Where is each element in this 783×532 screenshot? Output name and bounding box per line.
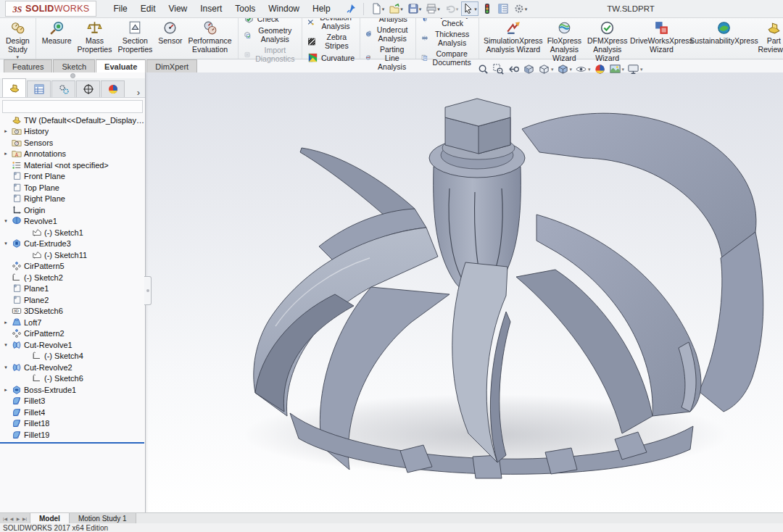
- select-cursor-button[interactable]: ▾: [461, 1, 478, 16]
- panel-expand-icon[interactable]: ›: [137, 88, 140, 97]
- tab-dimxpert[interactable]: DimXpert: [146, 59, 197, 72]
- dimxpert-manager-tab[interactable]: [76, 80, 100, 97]
- tree-item-history[interactable]: ▸History: [0, 126, 145, 138]
- pin-button[interactable]: [344, 1, 358, 16]
- edit-appearance-button[interactable]: [592, 62, 608, 76]
- tab-scroll-next-icon[interactable]: ▶: [15, 516, 21, 521]
- zoom-fit-button[interactable]: [476, 62, 491, 76]
- tab-evaluate[interactable]: Evaluate: [96, 59, 146, 72]
- solidworks-logo[interactable]: 3S SOLIDWORKS: [5, 1, 96, 17]
- tree-item-cirpattern5[interactable]: CirPattern5: [0, 261, 145, 273]
- design-study-button[interactable]: Design Study▾: [3, 19, 33, 60]
- tree-item-sketch1[interactable]: (-) Sketch1: [0, 227, 145, 238]
- dropdown-caret-icon[interactable]: ▾: [588, 67, 591, 72]
- tree-item-fillet18[interactable]: Fillet18: [0, 418, 145, 430]
- tree-item-cut-revolve1[interactable]: ▾Cut-Revolve1: [0, 339, 145, 351]
- part-manager-tab[interactable]: [2, 78, 26, 97]
- sensor-button[interactable]: Sensor: [155, 19, 185, 46]
- tree-item-sketch11[interactable]: (-) Sketch11: [0, 249, 145, 261]
- tree-item-tw-default-default-display-state-1[interactable]: TW (Default<<Default>_Display State 1>): [0, 115, 145, 126]
- display-style-button[interactable]: ▾: [555, 62, 574, 76]
- new-document-button[interactable]: ▾: [369, 1, 386, 16]
- tree-item-boss-extrude1[interactable]: ▸Boss-Extrude1: [0, 384, 145, 396]
- curvature-button[interactable]: Curvature: [305, 51, 357, 65]
- dropdown-caret-icon[interactable]: ▾: [570, 67, 573, 72]
- tree-item-right-plane[interactable]: Right Plane: [0, 194, 145, 205]
- driveworksxpress-wizard-button[interactable]: DriveWorksXpress Wizard: [630, 19, 692, 55]
- dropdown-caret-icon[interactable]: ▾: [474, 7, 477, 12]
- panel-collapse-grip[interactable]: [0, 72, 145, 78]
- sustainabilityxpress-button[interactable]: SustainabilityXpress: [692, 19, 755, 46]
- tree-item-fillet4[interactable]: Fillet4: [0, 407, 145, 418]
- panel-splitter-handle[interactable]: [144, 276, 152, 305]
- undercut-analysis-button[interactable]: Undercut Analysis: [363, 24, 413, 43]
- measure-button[interactable]: Measure: [39, 19, 75, 46]
- tab-sketch[interactable]: Sketch: [53, 59, 95, 72]
- dropdown-caret-icon[interactable]: ▾: [382, 7, 385, 12]
- geometry-analysis-button[interactable]: Geometry Analysis: [241, 25, 299, 45]
- tree-item-sketch6[interactable]: (-) Sketch6: [0, 373, 145, 385]
- part-reviewer-button[interactable]: Part Reviewer: [755, 19, 783, 55]
- view-settings-button[interactable]: ▾: [626, 62, 645, 76]
- menu-tools[interactable]: Tools: [228, 1, 262, 16]
- tree-item-loft7[interactable]: ▸Loft7: [0, 317, 145, 328]
- tree-item-sensors[interactable]: Sensors: [0, 137, 145, 149]
- zebra-stripes-button[interactable]: Zebra Stripes: [305, 32, 357, 51]
- simulationxpress-analysis-wizard-button[interactable]: SimulationXpress Analysis Wizard: [482, 19, 544, 55]
- compare-documents-button[interactable]: Compare Documents: [419, 48, 476, 67]
- dropdown-caret-icon[interactable]: ▾: [17, 54, 20, 59]
- dropdown-caret-icon[interactable]: ▾: [622, 67, 625, 72]
- parting-line-analysis-button[interactable]: Parting Line Analysis: [363, 43, 413, 72]
- expanded-arrow-icon[interactable]: ▾: [2, 241, 9, 246]
- tree-item-3dsketch6[interactable]: 3D3DSketch6: [0, 306, 145, 317]
- dropdown-caret-icon[interactable]: ▾: [640, 67, 643, 72]
- tree-item-fillet3[interactable]: Fillet3: [0, 396, 145, 407]
- save-button[interactable]: ▾: [406, 1, 423, 16]
- rollback-bar[interactable]: [0, 442, 144, 444]
- tree-item-cut-extrude3[interactable]: ▾Cut-Extrude3: [0, 238, 145, 250]
- tree-item-origin[interactable]: Origin: [0, 204, 145, 216]
- collapsed-arrow-icon[interactable]: ▸: [2, 320, 9, 325]
- display-manager-tab[interactable]: [101, 80, 125, 97]
- tab-scroll-first-icon[interactable]: |◀: [2, 516, 8, 521]
- tree-item-sketch4[interactable]: (-) Sketch4: [0, 351, 145, 362]
- dropdown-caret-icon[interactable]: ▾: [437, 7, 440, 12]
- tab-scroll-prev-icon[interactable]: ◀: [9, 516, 14, 521]
- section-view-button[interactable]: [521, 62, 536, 76]
- tab-features[interactable]: Features: [4, 59, 52, 72]
- dropdown-caret-icon[interactable]: ▾: [525, 7, 528, 12]
- dropdown-caret-icon[interactable]: ▾: [456, 7, 459, 12]
- tree-item-sketch2[interactable]: (-) Sketch2: [0, 272, 145, 283]
- tree-item-fillet19[interactable]: Fillet19: [0, 429, 145, 441]
- menu-edit[interactable]: Edit: [134, 1, 162, 16]
- tree-item-cirpattern2[interactable]: CirPattern2: [0, 328, 145, 340]
- dfmxpress-analysis-wizard-button[interactable]: DFMXpress Analysis Wizard: [584, 19, 630, 63]
- zoom-area-button[interactable]: [491, 62, 506, 76]
- performance-evaluation-button[interactable]: Performance Evaluation: [186, 19, 235, 55]
- thickness-analysis-button[interactable]: Thickness Analysis: [419, 28, 476, 48]
- menu-view[interactable]: View: [162, 1, 194, 16]
- turbine-wheel-model[interactable]: [145, 72, 783, 513]
- open-button[interactable]: ▾: [387, 1, 405, 16]
- menu-file[interactable]: File: [107, 1, 133, 16]
- collapsed-arrow-icon[interactable]: ▸: [2, 387, 9, 393]
- bottom-tab-motion-study-1[interactable]: Motion Study 1: [70, 513, 136, 523]
- collapsed-arrow-icon[interactable]: ▸: [2, 128, 9, 134]
- tab-scroll-last-icon[interactable]: ▶|: [22, 516, 28, 521]
- tab-scroll-buttons[interactable]: |◀ ◀ ▶ ▶|: [0, 513, 30, 523]
- property-manager-tab[interactable]: [27, 80, 51, 97]
- tree-item-material-not-specified[interactable]: Material <not specified>: [0, 159, 145, 171]
- configuration-manager-tab[interactable]: [51, 80, 75, 97]
- previous-view-button[interactable]: [506, 62, 521, 76]
- options-list-button[interactable]: [496, 1, 510, 16]
- tree-item-annotations[interactable]: ▸AAnnotations: [0, 149, 145, 160]
- dropdown-caret-icon[interactable]: ▾: [419, 7, 422, 12]
- expanded-arrow-icon[interactable]: ▾: [2, 342, 9, 348]
- tree-item-top-plane[interactable]: Top Plane: [0, 182, 145, 194]
- section-properties-button[interactable]: Section Properties: [115, 19, 155, 55]
- hide-show-items-button[interactable]: ▾: [573, 62, 592, 76]
- tree-item-plane2[interactable]: Plane2: [0, 294, 145, 306]
- expanded-arrow-icon[interactable]: ▾: [2, 218, 9, 224]
- mass-properties-button[interactable]: Mass Properties: [75, 19, 115, 55]
- dropdown-caret-icon[interactable]: ▾: [551, 67, 554, 72]
